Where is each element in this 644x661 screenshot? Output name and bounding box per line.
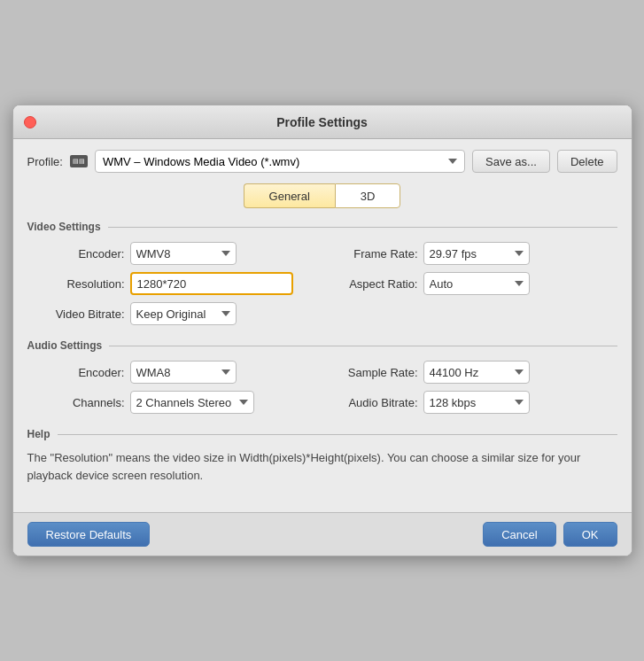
help-section-header: Help [27, 428, 617, 440]
profile-settings-window: Profile Settings Profile: ▤▤ WMV – Windo… [12, 105, 632, 556]
audio-bitrate-label: Audio Bitrate: [338, 396, 418, 409]
aspect-ratio-row: Aspect Ratio: Auto [338, 272, 617, 295]
cancel-button[interactable]: Cancel [483, 522, 555, 547]
window-title: Profile Settings [276, 115, 368, 129]
video-encoder-select[interactable]: WMV8 [130, 242, 237, 265]
audio-settings-section: Audio Settings Encoder: WMA8 Sample Rate… [27, 339, 617, 414]
titlebar: Profile Settings [13, 105, 632, 139]
channels-select[interactable]: 2 Channels Stereo [130, 391, 254, 414]
profile-label: Profile: [27, 155, 63, 168]
resolution-row: Resolution: [45, 272, 324, 295]
profile-select[interactable]: WMV – Windows Media Video (*.wmv) [95, 150, 465, 173]
resolution-input[interactable] [130, 272, 293, 295]
aspect-ratio-select[interactable]: Auto [423, 272, 530, 295]
profile-row: Profile: ▤▤ WMV – Windows Media Video (*… [27, 150, 617, 173]
channels-label: Channels: [45, 396, 125, 409]
audio-encoder-select[interactable]: WMA8 [130, 361, 237, 384]
resolution-label: Resolution: [45, 277, 125, 291]
help-section: Help The "Resolution" means the video si… [27, 428, 617, 484]
video-encoder-row: Encoder: WMV8 [45, 242, 324, 265]
sample-rate-label: Sample Rate: [338, 366, 418, 379]
close-button[interactable] [24, 116, 36, 128]
help-text: The "Resolution" means the video size in… [27, 449, 617, 484]
help-section-divider [58, 434, 617, 435]
channels-row: Channels: 2 Channels Stereo [45, 391, 324, 414]
audio-section-title: Audio Settings [27, 339, 103, 352]
footer: Restore Defaults Cancel OK [13, 512, 632, 556]
audio-section-header: Audio Settings [27, 339, 617, 352]
delete-button[interactable]: Delete [557, 150, 617, 173]
aspect-ratio-label: Aspect Ratio: [338, 277, 418, 291]
video-section-header: Video Settings [27, 221, 617, 233]
video-section-title: Video Settings [27, 221, 101, 233]
help-section-title: Help [27, 428, 50, 440]
audio-bitrate-row: Audio Bitrate: 128 kbps [338, 391, 617, 414]
video-bitrate-select[interactable]: Keep Original [130, 302, 237, 325]
frame-rate-label: Frame Rate: [338, 247, 418, 261]
video-bitrate-label: Video Bitrate: [45, 307, 125, 321]
main-content: Profile: ▤▤ WMV – Windows Media Video (*… [13, 139, 632, 512]
sample-rate-select[interactable]: 44100 Hz [423, 361, 530, 384]
save-as-button[interactable]: Save as... [472, 150, 550, 173]
tab-3d[interactable]: 3D [335, 183, 401, 208]
tab-general[interactable]: General [244, 183, 335, 208]
frame-rate-row: Frame Rate: 29.97 fps [338, 242, 617, 265]
footer-right-buttons: Cancel OK [483, 522, 617, 547]
audio-section-divider [109, 346, 617, 346]
tabs-container: General 3D [27, 183, 617, 208]
audio-settings-grid: Encoder: WMA8 Sample Rate: 44100 Hz Chan… [27, 361, 617, 414]
restore-defaults-button[interactable]: Restore Defaults [27, 522, 151, 547]
ok-button[interactable]: OK [563, 522, 617, 547]
video-settings-section: Video Settings Encoder: WMV8 Frame Rate:… [27, 221, 617, 325]
audio-encoder-row: Encoder: WMA8 [45, 361, 324, 384]
audio-encoder-label: Encoder: [45, 366, 125, 379]
video-encoder-label: Encoder: [45, 247, 125, 261]
video-settings-grid: Encoder: WMV8 Frame Rate: 29.97 fps Reso… [27, 242, 617, 295]
video-section-divider [108, 227, 617, 228]
video-bitrate-row: Video Bitrate: Keep Original [27, 302, 617, 325]
audio-bitrate-select[interactable]: 128 kbps [423, 391, 530, 414]
sample-rate-row: Sample Rate: 44100 Hz [338, 361, 617, 384]
frame-rate-select[interactable]: 29.97 fps [423, 242, 530, 265]
profile-format-icon: ▤▤ [70, 155, 88, 167]
